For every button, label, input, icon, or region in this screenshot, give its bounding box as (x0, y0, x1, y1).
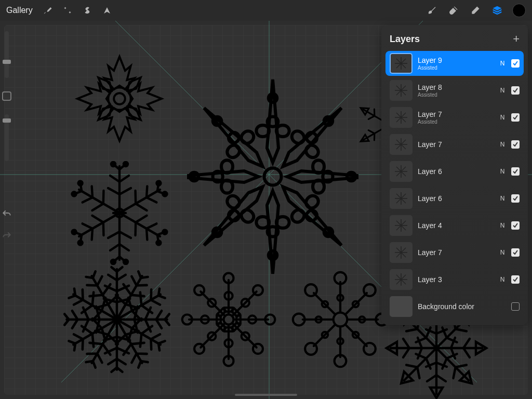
artwork-snowflake-3 (68, 161, 171, 265)
layers-panel: Layers + Layer 9AssistedNLayer 8Assisted… (381, 25, 528, 325)
layer-thumbnail (390, 107, 413, 128)
layer-thumbnail (390, 188, 413, 209)
opacity-slider[interactable] (5, 114, 9, 161)
svg-point-7 (264, 168, 282, 185)
background-layer-row[interactable]: Background color (385, 294, 524, 319)
layers-panel-title: Layers (390, 34, 420, 45)
blend-mode-indicator[interactable]: N (499, 87, 506, 94)
add-layer-button[interactable]: + (513, 32, 520, 46)
layers-icon[interactable] (489, 3, 505, 18)
color-picker-swatch[interactable] (512, 4, 526, 17)
blend-mode-indicator[interactable]: N (499, 249, 506, 256)
adjustments-wand-icon[interactable] (60, 3, 75, 18)
layer-thumbnail (390, 242, 413, 263)
layer-name-label: Layer 6 (418, 167, 494, 176)
layer-name-label: Layer 6 (418, 194, 494, 203)
layer-row[interactable]: Layer 7N (385, 240, 524, 265)
layer-thumbnail (390, 269, 413, 290)
left-sidebar (0, 31, 14, 239)
layer-thumbnail (390, 134, 413, 155)
layer-name-label: Layer 7 (418, 140, 494, 149)
svg-point-21 (334, 313, 348, 327)
artwork-snowflake-1 (73, 52, 166, 145)
layer-visibility-checkbox[interactable] (511, 275, 520, 284)
selection-s-icon[interactable] (79, 3, 95, 18)
layer-visibility-checkbox[interactable] (511, 140, 520, 149)
layer-list: Layer 9AssistedNLayer 8AssistedNLayer 7A… (385, 51, 524, 292)
layer-visibility-checkbox[interactable] (511, 248, 520, 257)
layer-visibility-checkbox[interactable] (511, 167, 520, 176)
artwork-snowflake-5 (179, 270, 278, 369)
svg-point-5 (108, 87, 130, 110)
layer-subtitle: Assisted (418, 119, 494, 125)
layer-visibility-checkbox[interactable] (511, 113, 520, 122)
gallery-button[interactable]: Gallery (6, 6, 33, 15)
layer-row[interactable]: Layer 4N (385, 213, 524, 238)
transform-arrow-icon[interactable] (99, 3, 115, 18)
layer-name-label: Layer 4 (418, 221, 494, 230)
layer-row[interactable]: Layer 6N (385, 186, 524, 211)
redo-button[interactable] (2, 231, 12, 239)
layer-name-label: Layer 7 (418, 110, 494, 118)
layer-visibility-checkbox[interactable] (511, 59, 520, 68)
opacity-thumb[interactable] (3, 118, 11, 123)
background-thumb (390, 296, 413, 317)
actions-wrench-icon[interactable] (40, 3, 56, 18)
layer-visibility-checkbox[interactable] (511, 86, 520, 95)
svg-point-17 (224, 315, 234, 325)
blend-mode-indicator[interactable]: N (499, 222, 506, 229)
brush-size-thumb[interactable] (3, 60, 11, 64)
layer-row[interactable]: Layer 9AssistedN (385, 51, 524, 76)
artwork-snowflake-2 (187, 73, 358, 281)
layer-name-label: Layer 8 (418, 83, 494, 91)
svg-point-4 (114, 93, 125, 104)
blend-mode-indicator[interactable]: N (499, 114, 506, 121)
layer-name-label: Layer 7 (418, 248, 494, 257)
layer-visibility-checkbox[interactable] (511, 221, 520, 230)
layer-thumbnail (390, 80, 413, 101)
artwork-snowflake-4 (62, 265, 171, 374)
background-label: Background color (418, 302, 506, 311)
blend-mode-indicator[interactable]: N (499, 141, 506, 148)
layer-name-label: Layer 3 (418, 275, 494, 284)
layer-thumbnail (390, 53, 413, 74)
home-indicator (235, 394, 297, 396)
layer-row[interactable]: Layer 8AssistedN (385, 78, 524, 103)
layer-subtitle: Assisted (418, 65, 494, 71)
layer-row[interactable]: Layer 6N (385, 159, 524, 184)
artwork-snowflake-6 (291, 270, 390, 369)
layer-row[interactable]: Layer 7AssistedN (385, 105, 524, 130)
eraser-icon[interactable] (468, 3, 483, 18)
smudge-icon[interactable] (446, 3, 461, 18)
layer-thumbnail (390, 215, 413, 236)
modify-button[interactable] (2, 91, 11, 101)
top-toolbar: Gallery (0, 0, 532, 21)
layer-visibility-checkbox[interactable] (511, 194, 520, 203)
blend-mode-indicator[interactable]: N (499, 60, 506, 67)
layer-subtitle: Assisted (418, 92, 494, 98)
brush-size-slider[interactable] (5, 31, 9, 78)
layer-row[interactable]: Layer 7N (385, 132, 524, 157)
blend-mode-indicator[interactable]: N (499, 195, 506, 202)
layer-thumbnail (390, 161, 413, 182)
background-visibility-checkbox[interactable] (511, 302, 520, 311)
blend-mode-indicator[interactable]: N (499, 168, 506, 175)
blend-mode-indicator[interactable]: N (499, 276, 506, 283)
brush-icon[interactable] (424, 3, 440, 18)
layer-name-label: Layer 9 (418, 56, 494, 64)
layer-row[interactable]: Layer 3N (385, 267, 524, 292)
undo-button[interactable] (2, 209, 12, 217)
